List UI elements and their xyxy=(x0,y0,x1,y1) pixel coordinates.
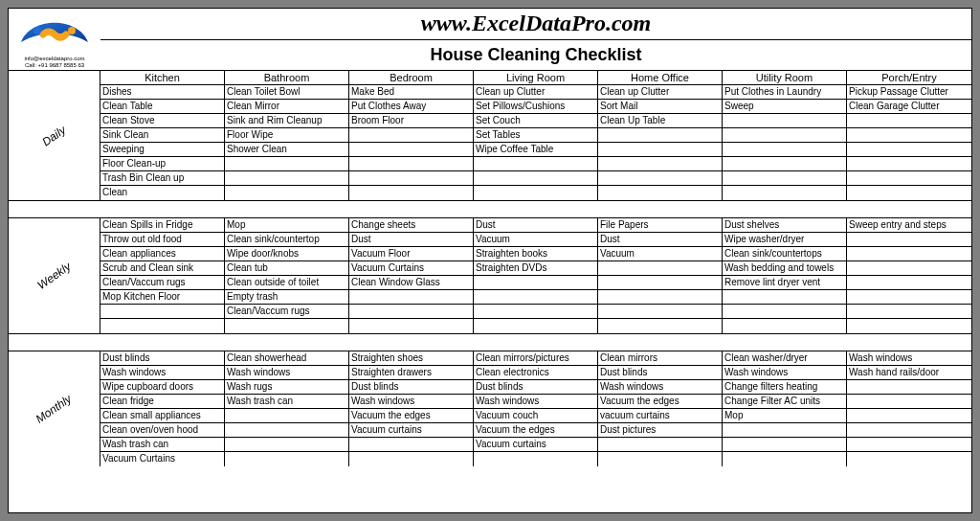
task-cell: Change Filter AC units xyxy=(723,395,847,409)
header: info@exceldatapro.com Call: +91 9687 858… xyxy=(8,8,972,70)
task-cell: Vacuum the edges xyxy=(474,423,598,438)
task-cell: Dust blinds xyxy=(100,351,225,366)
task-cell xyxy=(723,157,847,171)
task-cell xyxy=(598,305,723,319)
task-cell: Mop xyxy=(723,409,847,423)
task-cell: Vacuum the edges xyxy=(598,395,723,409)
task-cell xyxy=(349,128,474,143)
task-cell xyxy=(847,143,971,157)
checklist-sheet: DailyKitchenBathroomBedroomLiving RoomHo… xyxy=(8,70,972,513)
task-cell xyxy=(847,305,971,319)
task-cell: Dishes xyxy=(100,85,225,100)
task-cell: Wash windows xyxy=(225,366,349,380)
task-cell: Wash windows xyxy=(474,395,598,409)
task-cell: Wash windows xyxy=(723,366,847,380)
task-cell xyxy=(847,171,971,186)
task-cell: Set Pillows/Cushions xyxy=(474,100,598,114)
task-cell xyxy=(847,395,971,409)
task-cell xyxy=(349,319,474,333)
doc-title: House Cleaning Checklist xyxy=(100,40,971,71)
site-url: www.ExcelDataPro.com xyxy=(100,9,971,40)
task-cell: Clean appliances xyxy=(100,247,225,261)
task-cell: Wash windows xyxy=(100,366,225,380)
task-cell xyxy=(598,261,723,276)
task-cell: Clean fridge xyxy=(100,395,225,409)
task-cell: Wash windows xyxy=(847,351,971,366)
task-cell xyxy=(598,157,723,171)
task-cell: Clean outside of toilet xyxy=(225,276,349,290)
task-cell: Sweep entry and steps xyxy=(847,218,971,233)
task-cell xyxy=(598,319,723,333)
task-cell xyxy=(349,171,474,186)
task-cell xyxy=(474,305,598,319)
task-cell xyxy=(225,438,349,452)
task-cell xyxy=(598,276,723,290)
task-cell: Broom Floor xyxy=(349,114,474,128)
task-cell: Clean Garage Clutter xyxy=(847,100,971,114)
task-cell xyxy=(598,143,723,157)
task-cell xyxy=(847,276,971,290)
svg-point-1 xyxy=(33,27,41,34)
task-cell xyxy=(349,157,474,171)
task-cell: Dust blinds xyxy=(349,380,474,395)
task-cell: Clean Up Table xyxy=(598,114,723,128)
task-cell: Wash rugs xyxy=(225,380,349,395)
task-cell xyxy=(598,128,723,143)
task-cell: Floor Clean-up xyxy=(100,157,225,171)
task-cell xyxy=(723,452,847,466)
task-cell: Wash trash can xyxy=(225,395,349,409)
task-cell: Mop Kitchen Floor xyxy=(100,290,225,305)
task-cell: Change filters heating xyxy=(723,380,847,395)
task-cell xyxy=(100,305,225,319)
task-cell: File Papers xyxy=(598,218,723,233)
task-cell: Vacuum couch xyxy=(474,409,598,423)
period-text: Monthly xyxy=(33,392,74,426)
task-cell: Clean/Vaccum rugs xyxy=(225,305,349,319)
task-cell: Dust shelves xyxy=(723,218,847,233)
section-daily: DailyKitchenBathroomBedroomLiving RoomHo… xyxy=(9,71,971,201)
task-cell: Wash hand rails/door xyxy=(847,366,971,380)
task-cell xyxy=(474,157,598,171)
task-cell xyxy=(723,438,847,452)
task-cell xyxy=(847,380,971,395)
task-cell: Set Tables xyxy=(474,128,598,143)
task-cell: Wipe cupboard doors xyxy=(100,380,225,395)
task-cell: Vacuum Curtains xyxy=(100,452,225,466)
task-cell xyxy=(847,290,971,305)
task-cell: Straighten DVDs xyxy=(474,261,598,276)
task-cell xyxy=(349,186,474,200)
task-cell: Clean small appliances xyxy=(100,409,225,423)
task-cell: Make Bed xyxy=(349,85,474,100)
task-cell: Sweeping xyxy=(100,143,225,157)
task-cell: Sink and Rim Cleanup xyxy=(225,114,349,128)
task-cell: Clean mirrors/pictures xyxy=(474,351,598,366)
task-cell: Put Clothes in Laundry xyxy=(723,85,847,100)
task-cell: Remove lint dryer vent xyxy=(723,276,847,290)
period-text: Weekly xyxy=(34,260,73,292)
task-cell: Clean Window Glass xyxy=(349,276,474,290)
task-cell xyxy=(723,143,847,157)
task-cell: Clean showerhead xyxy=(225,351,349,366)
task-cell: Mop xyxy=(225,218,349,233)
task-cell: Sweep xyxy=(723,100,847,114)
task-cell: Dust xyxy=(598,233,723,247)
task-cell: Dust blinds xyxy=(598,366,723,380)
task-cell: Straighten drawers xyxy=(349,366,474,380)
task-cell xyxy=(598,438,723,452)
task-cell xyxy=(100,319,225,333)
section-grid: Clean Spills in FridgeMopChange sheetsDu… xyxy=(100,218,971,333)
task-cell xyxy=(598,171,723,186)
task-cell: Vacuum curtains xyxy=(349,423,474,438)
task-cell: Wipe washer/dryer xyxy=(723,233,847,247)
task-cell xyxy=(349,290,474,305)
task-cell: Clean oven/oven hood xyxy=(100,423,225,438)
period-label: Monthly xyxy=(9,351,100,466)
task-cell: Clean up Clutter xyxy=(598,85,723,100)
section-spacer xyxy=(9,334,971,351)
task-cell xyxy=(474,319,598,333)
task-cell: Empty trash xyxy=(225,290,349,305)
period-label: Weekly xyxy=(9,218,100,333)
task-cell xyxy=(847,186,971,200)
task-cell: Shower Clean xyxy=(225,143,349,157)
contact-phone: Call: +91 9687 8585 63 xyxy=(24,62,84,69)
